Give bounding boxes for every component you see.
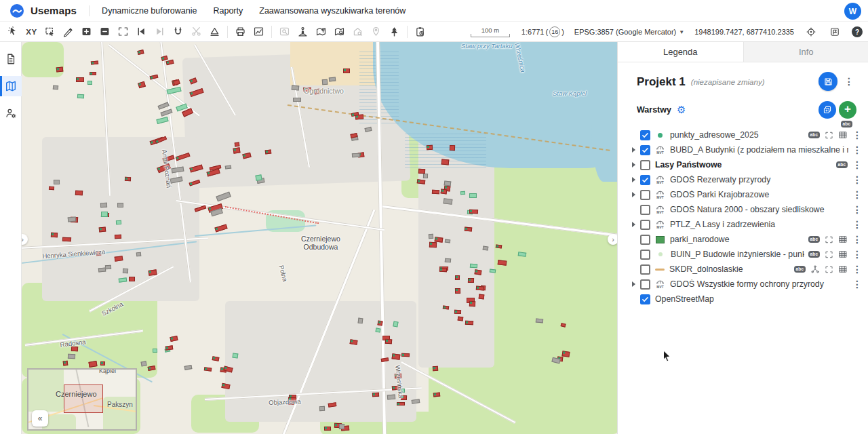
snapping-magnet-icon[interactable] bbox=[169, 23, 187, 41]
usemaps-app: Usemaps Dynamiczne buforowanieRaportyZaa… bbox=[0, 0, 868, 434]
map-note-icon[interactable] bbox=[312, 23, 330, 41]
labels-toggle-icon[interactable]: abc bbox=[841, 121, 852, 127]
layer-checkbox[interactable] bbox=[640, 190, 650, 200]
menu-item-1[interactable]: Dynamiczne buforowanie bbox=[102, 6, 197, 16]
map-search-icon[interactable] bbox=[330, 23, 349, 41]
layer-menu-icon[interactable]: ⋮ bbox=[852, 190, 862, 199]
address-point bbox=[440, 269, 442, 271]
map-extent-rectangle[interactable] bbox=[64, 384, 103, 413]
expand-arrow-icon[interactable] bbox=[632, 147, 635, 153]
geolocate-icon[interactable] bbox=[804, 23, 818, 41]
layer-menu-icon[interactable]: ⋮ bbox=[852, 250, 862, 259]
report-history-icon[interactable] bbox=[411, 23, 429, 41]
building bbox=[401, 353, 410, 357]
profile-chart-icon[interactable] bbox=[250, 23, 268, 41]
zoom-to-layer-icon[interactable] bbox=[825, 235, 833, 244]
expand-arrow-icon[interactable] bbox=[632, 192, 635, 197]
xy-coordinates-icon[interactable]: XY bbox=[22, 23, 41, 41]
street-view-icon[interactable] bbox=[294, 23, 312, 41]
previous-extent-icon[interactable] bbox=[132, 23, 151, 41]
layer-menu-icon[interactable]: ⋮ bbox=[852, 264, 862, 274]
left-panel-toggle[interactable]: › bbox=[22, 234, 28, 245]
layer-row: MVTGDOŚ Rezerwaty przyrody⋮ bbox=[618, 172, 868, 187]
layer-menu-icon[interactable]: ⋮ bbox=[852, 235, 862, 244]
labels-toggle-icon[interactable]: abc bbox=[794, 266, 806, 273]
help-icon[interactable]: ? bbox=[852, 26, 863, 37]
left-sidebar bbox=[0, 42, 22, 434]
building bbox=[465, 320, 474, 324]
labels-toggle-icon[interactable]: abc bbox=[808, 236, 820, 243]
layer-menu-icon[interactable]: ⋮ bbox=[852, 160, 862, 170]
layer-menu-icon[interactable]: ⋮ bbox=[852, 205, 862, 214]
layer-checkbox[interactable] bbox=[640, 235, 650, 245]
layer-menu-icon[interactable]: ⋮ bbox=[852, 175, 862, 184]
user-avatar[interactable]: W bbox=[844, 3, 861, 20]
building bbox=[418, 168, 425, 174]
clear-eraser-icon[interactable] bbox=[205, 23, 224, 41]
sidebar-item-user-settings[interactable] bbox=[0, 103, 22, 123]
expand-arrow-icon[interactable] bbox=[632, 162, 635, 167]
layer-checkbox[interactable] bbox=[640, 205, 650, 215]
tab-info[interactable]: Info bbox=[743, 42, 868, 62]
layer-menu-icon[interactable]: ⋮ bbox=[852, 130, 862, 140]
tab-legenda[interactable]: Legenda bbox=[618, 42, 743, 62]
layer-checkbox[interactable] bbox=[640, 220, 650, 230]
layer-menu-icon[interactable]: ⋮ bbox=[852, 279, 862, 289]
layer-checkbox[interactable] bbox=[640, 175, 650, 185]
sidebar-item-map[interactable] bbox=[0, 76, 22, 96]
layer-checkbox[interactable] bbox=[640, 160, 650, 170]
overview-map[interactable]: Czerniejewo Pakszyn Kąpiel « bbox=[27, 368, 137, 431]
vegetation-icon[interactable] bbox=[385, 23, 403, 41]
layer-menu-icon[interactable]: ⋮ bbox=[852, 145, 862, 155]
layer-checkbox[interactable] bbox=[640, 145, 650, 155]
zoom-to-layer-icon[interactable] bbox=[825, 131, 833, 140]
address-point bbox=[234, 149, 236, 151]
address-point bbox=[373, 393, 375, 395]
layer-checkbox[interactable] bbox=[640, 250, 650, 260]
crs-select[interactable]: EPSG:3857 (Google Mercator) ▼ bbox=[574, 28, 684, 36]
layer-checkbox[interactable] bbox=[640, 279, 650, 290]
labels-toggle-icon[interactable]: abc bbox=[808, 251, 820, 258]
menu-item-3[interactable]: Zaawansowana wyszukiwarka terenów bbox=[259, 6, 406, 16]
layer-checkbox[interactable] bbox=[640, 264, 650, 275]
add-group-button[interactable] bbox=[818, 101, 836, 119]
main-menu: Dynamiczne buforowanieRaportyZaawansowan… bbox=[102, 6, 406, 16]
expand-arrow-icon[interactable] bbox=[632, 222, 635, 227]
zoom-in-icon[interactable] bbox=[77, 23, 96, 41]
gear-icon[interactable]: ⚙ bbox=[677, 104, 686, 116]
attribute-table-icon[interactable] bbox=[838, 235, 848, 244]
address-point bbox=[125, 178, 127, 180]
layer-label: GDOŚ Wszystkie formy ochrony przyrody bbox=[670, 279, 848, 289]
add-layer-button[interactable]: + bbox=[839, 101, 856, 119]
feedback-icon[interactable] bbox=[828, 23, 842, 41]
minimap-collapse-button[interactable]: « bbox=[32, 410, 48, 427]
save-project-button[interactable] bbox=[818, 72, 837, 91]
labels-toggle-icon[interactable]: abc bbox=[836, 161, 848, 168]
full-extent-icon[interactable] bbox=[114, 23, 132, 41]
expand-arrow-icon[interactable] bbox=[632, 281, 635, 287]
labels-toggle-icon[interactable]: abc bbox=[808, 132, 820, 138]
menu-item-2[interactable]: Raporty bbox=[213, 6, 243, 16]
topology-icon[interactable] bbox=[810, 264, 820, 274]
attribute-table-icon[interactable] bbox=[838, 130, 848, 140]
attribute-table-icon[interactable] bbox=[838, 264, 848, 274]
draw-measure-icon[interactable] bbox=[59, 23, 77, 41]
zoom-to-layer-icon[interactable] bbox=[825, 265, 833, 274]
layer-checkbox[interactable] bbox=[640, 130, 650, 140]
right-panel-toggle[interactable]: › bbox=[608, 234, 617, 245]
expand-arrow-icon[interactable] bbox=[632, 177, 635, 182]
address-point bbox=[205, 368, 207, 370]
layer-symbol-mvt: MVT bbox=[655, 175, 665, 185]
layer-actions: abc⋮ bbox=[808, 130, 862, 140]
map-canvas[interactable]: OgrodnictwoStaw przy TartakuStaw KąpielW… bbox=[22, 42, 617, 434]
layer-checkbox[interactable] bbox=[640, 294, 650, 304]
zoom-to-layer-icon[interactable] bbox=[825, 250, 833, 259]
sidebar-item-document[interactable] bbox=[0, 49, 22, 69]
attribute-table-icon[interactable] bbox=[838, 250, 848, 259]
select-pointer-icon[interactable] bbox=[4, 23, 22, 41]
print-icon[interactable] bbox=[231, 23, 250, 41]
box-select-icon[interactable] bbox=[41, 23, 59, 41]
layer-menu-icon[interactable]: ⋮ bbox=[852, 220, 862, 229]
project-menu-icon[interactable]: ⋮ bbox=[844, 77, 854, 86]
zoom-out-icon[interactable] bbox=[96, 23, 114, 41]
